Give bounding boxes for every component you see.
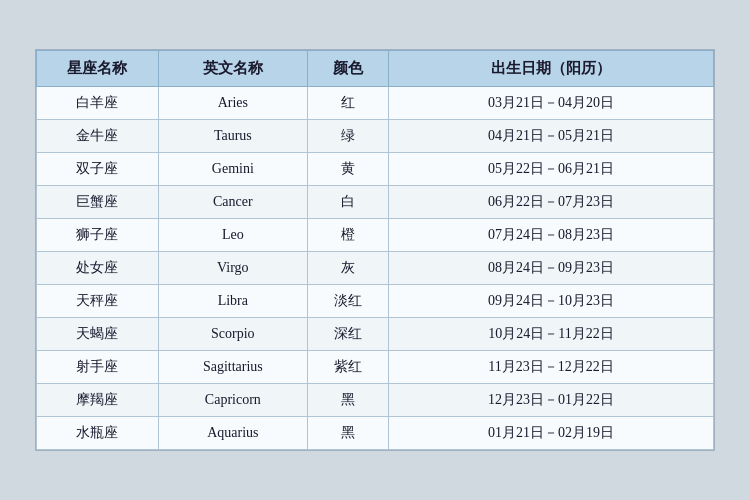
cell-chinese-name: 射手座 [37, 351, 159, 384]
table-row: 摩羯座Capricorn黑12月23日－01月22日 [37, 384, 714, 417]
cell-date: 07月24日－08月23日 [389, 219, 714, 252]
cell-date: 05月22日－06月21日 [389, 153, 714, 186]
table-row: 双子座Gemini黄05月22日－06月21日 [37, 153, 714, 186]
header-chinese-name: 星座名称 [37, 51, 159, 87]
table-row: 白羊座Aries红03月21日－04月20日 [37, 87, 714, 120]
header-color: 颜色 [307, 51, 388, 87]
header-english-name: 英文名称 [158, 51, 307, 87]
cell-color: 橙 [307, 219, 388, 252]
table-header-row: 星座名称 英文名称 颜色 出生日期（阳历） [37, 51, 714, 87]
zodiac-table: 星座名称 英文名称 颜色 出生日期（阳历） 白羊座Aries红03月21日－04… [36, 50, 714, 450]
table-row: 巨蟹座Cancer白06月22日－07月23日 [37, 186, 714, 219]
header-date: 出生日期（阳历） [389, 51, 714, 87]
cell-date: 08月24日－09月23日 [389, 252, 714, 285]
zodiac-table-container: 星座名称 英文名称 颜色 出生日期（阳历） 白羊座Aries红03月21日－04… [35, 49, 715, 451]
cell-chinese-name: 天秤座 [37, 285, 159, 318]
cell-date: 04月21日－05月21日 [389, 120, 714, 153]
cell-color: 黑 [307, 417, 388, 450]
cell-color: 黑 [307, 384, 388, 417]
cell-english-name: Scorpio [158, 318, 307, 351]
cell-color: 紫红 [307, 351, 388, 384]
cell-english-name: Aquarius [158, 417, 307, 450]
cell-date: 12月23日－01月22日 [389, 384, 714, 417]
cell-english-name: Virgo [158, 252, 307, 285]
cell-date: 03月21日－04月20日 [389, 87, 714, 120]
table-row: 金牛座Taurus绿04月21日－05月21日 [37, 120, 714, 153]
cell-color: 红 [307, 87, 388, 120]
cell-chinese-name: 水瓶座 [37, 417, 159, 450]
cell-color: 白 [307, 186, 388, 219]
cell-color: 绿 [307, 120, 388, 153]
cell-color: 黄 [307, 153, 388, 186]
cell-chinese-name: 金牛座 [37, 120, 159, 153]
cell-english-name: Libra [158, 285, 307, 318]
cell-date: 09月24日－10月23日 [389, 285, 714, 318]
cell-chinese-name: 狮子座 [37, 219, 159, 252]
cell-english-name: Cancer [158, 186, 307, 219]
cell-english-name: Gemini [158, 153, 307, 186]
cell-chinese-name: 摩羯座 [37, 384, 159, 417]
cell-chinese-name: 处女座 [37, 252, 159, 285]
cell-chinese-name: 双子座 [37, 153, 159, 186]
cell-chinese-name: 巨蟹座 [37, 186, 159, 219]
cell-color: 灰 [307, 252, 388, 285]
cell-date: 10月24日－11月22日 [389, 318, 714, 351]
cell-chinese-name: 天蝎座 [37, 318, 159, 351]
cell-color: 淡红 [307, 285, 388, 318]
cell-english-name: Leo [158, 219, 307, 252]
cell-date: 01月21日－02月19日 [389, 417, 714, 450]
table-row: 处女座Virgo灰08月24日－09月23日 [37, 252, 714, 285]
cell-color: 深红 [307, 318, 388, 351]
table-row: 天秤座Libra淡红09月24日－10月23日 [37, 285, 714, 318]
cell-english-name: Aries [158, 87, 307, 120]
cell-english-name: Capricorn [158, 384, 307, 417]
cell-date: 06月22日－07月23日 [389, 186, 714, 219]
table-row: 射手座Sagittarius紫红11月23日－12月22日 [37, 351, 714, 384]
table-row: 水瓶座Aquarius黑01月21日－02月19日 [37, 417, 714, 450]
cell-english-name: Sagittarius [158, 351, 307, 384]
cell-date: 11月23日－12月22日 [389, 351, 714, 384]
table-row: 天蝎座Scorpio深红10月24日－11月22日 [37, 318, 714, 351]
cell-chinese-name: 白羊座 [37, 87, 159, 120]
table-row: 狮子座Leo橙07月24日－08月23日 [37, 219, 714, 252]
cell-english-name: Taurus [158, 120, 307, 153]
